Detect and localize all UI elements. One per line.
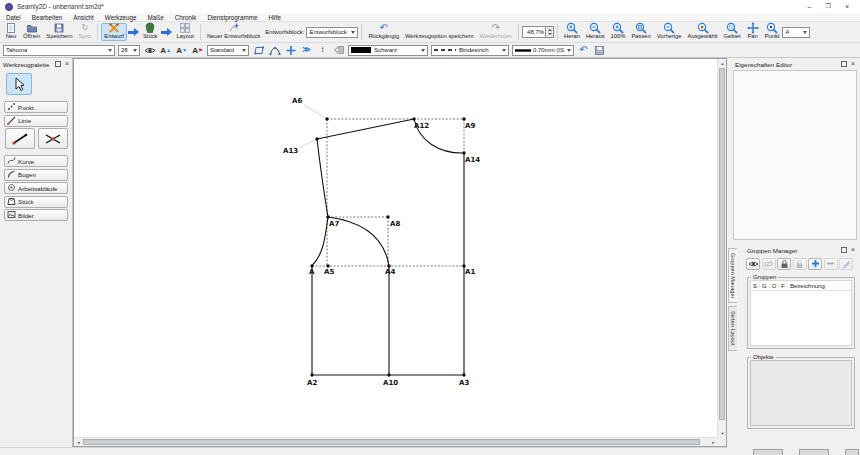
- maximize-icon[interactable]: ❐: [826, 0, 831, 13]
- undo-button[interactable]: ↶ Rückgängig: [365, 23, 402, 41]
- draft-scene[interactable]: AA1A2A3A4A5A6A7A8A9A10A12A13A14: [74, 59, 718, 438]
- close-panel-icon[interactable]: ×: [851, 61, 855, 67]
- horizontal-scroll-thumb[interactable]: [83, 439, 700, 445]
- pattern-point-A14[interactable]: [462, 151, 465, 154]
- close-icon[interactable]: ×: [845, 0, 849, 13]
- pattern-point-A7[interactable]: [326, 215, 329, 218]
- pattern-line[interactable]: [312, 217, 328, 266]
- point-label-A7[interactable]: A7: [329, 220, 339, 228]
- unlock-button[interactable]: [793, 258, 807, 270]
- point-label-A10[interactable]: A10: [383, 379, 398, 387]
- pattern-point-A12[interactable]: [412, 117, 415, 120]
- arrow-tool-button[interactable]: [6, 73, 32, 95]
- scroll-left-icon[interactable]: ◄: [74, 438, 83, 447]
- font-increase-button[interactable]: A▲: [159, 44, 172, 56]
- point-label-A13[interactable]: A13: [283, 147, 298, 155]
- vertical-arrow-icon[interactable]: ↕: [316, 44, 329, 56]
- pattern-point-A13[interactable]: [315, 137, 318, 140]
- apply-save-icon[interactable]: [593, 44, 606, 56]
- palette-linie-button[interactable]: Linie: [4, 115, 68, 127]
- zoom-passen-button[interactable]: Passen: [628, 23, 653, 41]
- point-label-A14[interactable]: A14: [465, 156, 480, 164]
- palette-punkt-button[interactable]: Punkt: [4, 101, 68, 113]
- mode-piece-button[interactable]: Stück: [140, 23, 161, 41]
- point-label-A4[interactable]: A4: [385, 268, 395, 276]
- zoom-heran-button[interactable]: Heran: [561, 23, 583, 41]
- point-label-A9[interactable]: A9: [465, 122, 475, 130]
- close-panel-icon[interactable]: ×: [851, 247, 855, 253]
- point-label-A6[interactable]: A6: [292, 97, 302, 105]
- palette-stück-button[interactable]: Stück: [4, 196, 68, 208]
- shape-nodes-icon[interactable]: [252, 44, 265, 56]
- partial-button[interactable]: [799, 449, 829, 455]
- float-panel-icon[interactable]: [55, 61, 61, 67]
- lock-button[interactable]: [777, 258, 791, 270]
- forward-chevrons-icon[interactable]: ≫: [300, 44, 313, 56]
- point-label-A1[interactable]: A1: [465, 268, 475, 276]
- edit-button[interactable]: [839, 258, 853, 270]
- menu-dienstprogramme[interactable]: Dienstprogramme: [207, 14, 257, 21]
- menu-chronik[interactable]: Chronik: [175, 14, 197, 21]
- zoom-pan-button[interactable]: Pan: [744, 23, 762, 41]
- plus-button[interactable]: [808, 258, 822, 270]
- objects-list[interactable]: [750, 360, 852, 426]
- side-tab-seiten-layout[interactable]: Seiten Layout: [728, 306, 737, 350]
- point-label-A8[interactable]: A8: [390, 220, 400, 228]
- draftblock-select[interactable]: Entwurfsblock 1: [306, 27, 358, 38]
- line-weight-select[interactable]: 0.70mm (ISO): [512, 45, 574, 56]
- font-select[interactable]: Tahoma: [3, 45, 115, 56]
- eye-off-button[interactable]: [762, 258, 776, 270]
- canvas-horizontal-scrollbar[interactable]: ◄ ►: [74, 437, 718, 446]
- pattern-point-A2[interactable]: [310, 373, 313, 376]
- spline-handles-icon[interactable]: [268, 44, 281, 56]
- label-orientation-button[interactable]: A⚑: [191, 44, 204, 56]
- menu-bearbeiten[interactable]: Bearbeiten: [32, 14, 62, 21]
- menu-datei[interactable]: Datei: [6, 14, 21, 21]
- zoom-to-point-select[interactable]: A: [782, 27, 810, 38]
- menu-werkzeuge[interactable]: Werkzeuge: [105, 14, 137, 21]
- menu-hilfe[interactable]: Hilfe: [268, 14, 281, 21]
- font-decrease-button[interactable]: A▼: [175, 44, 188, 56]
- new-button[interactable]: Neu: [2, 23, 20, 41]
- pattern-point-A6[interactable]: [325, 117, 328, 120]
- mode-draft-button[interactable]: Entwurf: [101, 23, 127, 41]
- vertical-scroll-thumb[interactable]: [719, 68, 725, 420]
- zoom-ausgew-hlt-button[interactable]: Ausgewählt: [685, 23, 721, 41]
- partial-button[interactable]: [845, 449, 859, 455]
- label-template-select[interactable]: Standard: [207, 45, 249, 56]
- zoom-spinner[interactable]: [546, 26, 554, 38]
- pattern-line[interactable]: [317, 139, 328, 217]
- pattern-point-A10[interactable]: [387, 373, 390, 376]
- eye-button[interactable]: [746, 258, 760, 270]
- line-style-select[interactable]: Bindestrich: [431, 45, 509, 56]
- line-color-select[interactable]: Schwarz: [348, 45, 428, 56]
- menu-ansicht[interactable]: Ansicht: [73, 14, 94, 21]
- intersection-tool-button[interactable]: [38, 128, 68, 149]
- point-label-A[interactable]: A: [309, 268, 315, 276]
- palette-arbeitsabläufe-button[interactable]: Arbeitsabläufe: [4, 182, 68, 194]
- partial-button[interactable]: [753, 449, 783, 455]
- scroll-up-icon[interactable]: ▲: [718, 59, 727, 68]
- canvas-vertical-scrollbar[interactable]: ▲ ▼: [717, 59, 726, 438]
- zoom-100--button[interactable]: 100%: [608, 23, 629, 41]
- line-point-tool-button[interactable]: [5, 128, 35, 149]
- zoom-punkt-button[interactable]: Punkt: [762, 23, 783, 41]
- save-tool-option-button[interactable]: Werkzeugoption speichern: [402, 23, 477, 41]
- side-tab-gruppen-manager[interactable]: Gruppen Manager: [728, 248, 737, 303]
- minimize-icon[interactable]: –: [808, 0, 812, 13]
- point-label-A2[interactable]: A2: [307, 379, 317, 387]
- float-panel-icon[interactable]: [841, 247, 847, 253]
- point-label-A5[interactable]: A5: [324, 268, 334, 276]
- minus-button[interactable]: [824, 258, 838, 270]
- font-size-select[interactable]: 28: [118, 45, 140, 56]
- pattern-drawing[interactable]: AA1A2A3A4A5A6A7A8A9A10A12A13A14: [74, 59, 718, 438]
- palette-kurve-button[interactable]: Kurve: [4, 155, 68, 167]
- save-button[interactable]: Speichern: [43, 23, 75, 41]
- new-draftblock-button[interactable]: Neuer Entwurfsblock: [204, 23, 263, 41]
- tag-icon[interactable]: [332, 44, 345, 56]
- float-panel-icon[interactable]: [841, 61, 847, 67]
- zoom-heraus-button[interactable]: Heraus: [583, 23, 608, 41]
- point-label-A12[interactable]: A12: [414, 122, 429, 130]
- reset-option-icon[interactable]: ↶: [577, 44, 590, 56]
- groups-table[interactable]: SGOFBezeichnung: [750, 280, 852, 346]
